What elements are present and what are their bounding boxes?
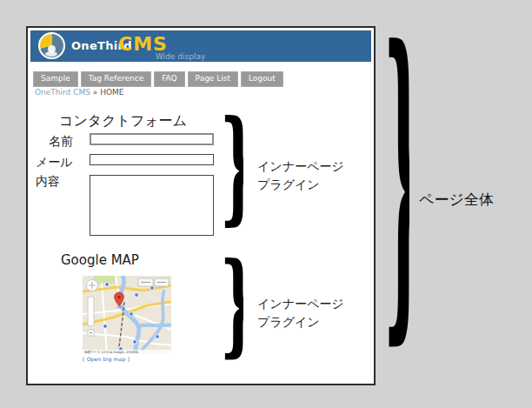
header-subtitle: Wide display [156,52,205,61]
svg-text:}: } [220,254,243,368]
breadcrumb-separator: » [93,88,98,97]
onethird-logo-icon [38,32,65,59]
map-zoom-control[interactable] [88,297,94,336]
site-header: OneThird CMS Wide display [30,30,371,62]
body-label: 内容 [36,174,60,190]
whole-page-label: ページ全体 [419,190,494,210]
nav-button-tag-reference[interactable]: Tag Reference [81,71,151,87]
plugin-label-line1: インナーページ [257,295,370,313]
map-pan-control[interactable] [87,280,98,291]
name-input[interactable] [90,133,214,145]
inner-page-plugin-label-1: インナーページ プラグイン [257,157,370,194]
contact-form-title: コンタクトフォーム [59,112,187,130]
map-attribution-text: 地図データ ©2014 Google, ZENRIN [83,351,138,354]
diagram-canvas: OneThird CMS Wide display Sample Tag Ref… [0,0,532,408]
email-label: メール [36,155,73,171]
browser-page: OneThird CMS Wide display Sample Tag Ref… [26,26,376,385]
logo-figure-dot [45,51,57,57]
google-map-thumbnail[interactable]: 地図データ ©2014 Google, ZENRIN [83,276,171,354]
name-label: 名前 [49,134,73,150]
svg-text:}: } [383,27,409,371]
nav-button-sample[interactable]: Sample [33,71,78,87]
email-input[interactable] [90,154,214,165]
body-textarea[interactable] [90,175,214,236]
nav-button-page-list[interactable]: Page List [188,71,238,87]
google-map-title: Google MAP [61,252,139,268]
plugin-label-line1: インナーページ [257,157,370,176]
curly-brace-whole-page: } [383,27,409,376]
breadcrumb-home-link[interactable]: OneThird CMS [35,88,90,97]
open-big-map-link[interactable]: [ Open big map ] [83,356,130,362]
plugin-label-line2: プラグイン [257,313,370,331]
breadcrumb-current: HOME [100,88,123,97]
inner-page-plugin-label-2: インナーページ プラグイン [257,295,370,331]
curly-brace-google-map: } [220,254,243,370]
nav-bar: Sample Tag Reference FAQ Page List Logou… [33,71,283,87]
curly-brace-contact-form: } [220,111,243,238]
breadcrumb: OneThird CMS » HOME [35,88,123,97]
plugin-label-line2: プラグイン [257,176,370,194]
nav-button-logout[interactable]: Logout [241,71,283,87]
nav-button-faq[interactable]: FAQ [154,71,184,87]
svg-text:}: } [220,111,243,237]
